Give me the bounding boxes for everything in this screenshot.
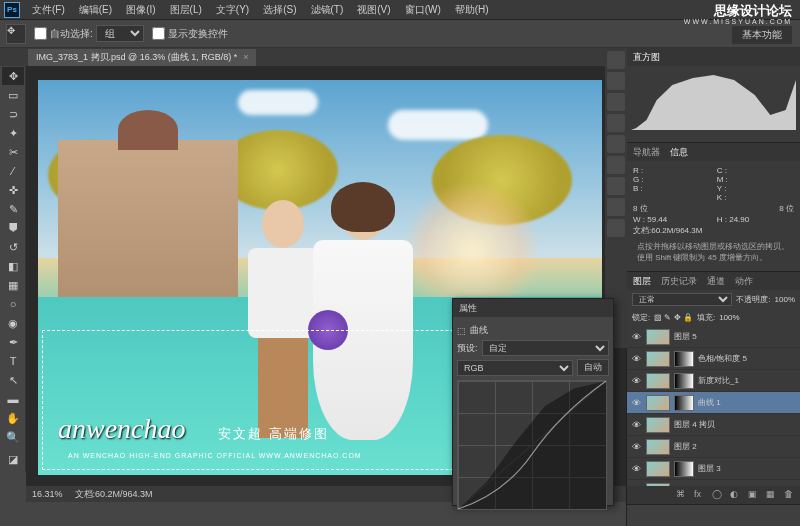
new-layer-icon[interactable]: ▦ xyxy=(766,489,778,501)
layer-thumb[interactable] xyxy=(646,395,670,411)
menu-type[interactable]: 文字(Y) xyxy=(210,1,255,19)
blend-mode[interactable]: 正常 xyxy=(632,293,732,306)
trash-icon[interactable]: 🗑 xyxy=(784,489,796,501)
gradient-tool[interactable]: ▦ xyxy=(2,276,24,294)
menu-edit[interactable]: 编辑(E) xyxy=(73,1,118,19)
menu-select[interactable]: 选择(S) xyxy=(257,1,302,19)
color-icon[interactable] xyxy=(607,51,625,69)
layer-row[interactable]: 👁图层 5 xyxy=(627,326,800,348)
layer-row[interactable]: 👁光线 xyxy=(627,480,800,486)
eye-icon[interactable]: 👁 xyxy=(630,397,642,409)
folder-icon[interactable]: ▣ xyxy=(748,489,760,501)
menu-filter[interactable]: 滤镜(T) xyxy=(305,1,350,19)
layer-row[interactable]: 👁图层 3 xyxy=(627,458,800,480)
layer-row[interactable]: 👁色相/饱和度 5 xyxy=(627,348,800,370)
blur-tool[interactable]: ○ xyxy=(2,295,24,313)
layer-mask[interactable] xyxy=(674,351,694,367)
eyedropper-tool[interactable]: ⁄ xyxy=(2,162,24,180)
layer-thumb[interactable] xyxy=(646,461,670,477)
layer-row[interactable]: 👁曲线 1 xyxy=(627,392,800,414)
layer-row[interactable]: 👁图层 4 拷贝 xyxy=(627,414,800,436)
brush-tool[interactable]: ✎ xyxy=(2,200,24,218)
actions-tab[interactable]: 动作 xyxy=(735,275,753,288)
curves-line[interactable] xyxy=(458,381,606,509)
menu-image[interactable]: 图像(I) xyxy=(120,1,161,19)
layer-thumb[interactable] xyxy=(646,417,670,433)
layer-row[interactable]: 👁新度对比_1 xyxy=(627,370,800,392)
navigator-tab[interactable]: 导航器 xyxy=(633,146,660,159)
brushes-icon[interactable] xyxy=(607,177,625,195)
preset-select[interactable]: 自定 xyxy=(482,340,609,356)
hand-tool[interactable]: ✋ xyxy=(2,409,24,427)
layers-tab[interactable]: 图层 xyxy=(633,275,651,288)
channel-select[interactable]: RGB xyxy=(457,360,573,376)
menu-help[interactable]: 帮助(H) xyxy=(449,1,495,19)
shape-tool[interactable]: ▬ xyxy=(2,390,24,408)
auto-button[interactable]: 自动 xyxy=(577,359,609,376)
properties-header[interactable]: 属性 xyxy=(453,299,613,317)
adj-icon[interactable]: ◐ xyxy=(730,489,742,501)
clone-icon[interactable] xyxy=(607,198,625,216)
layer-thumb[interactable] xyxy=(646,329,670,345)
auto-select-target[interactable]: 组 xyxy=(96,25,144,42)
close-icon[interactable]: × xyxy=(243,52,248,62)
auto-select-check[interactable] xyxy=(34,27,47,40)
link-icon[interactable]: ⌘ xyxy=(676,489,688,501)
heal-tool[interactable]: ✜ xyxy=(2,181,24,199)
layer-thumb[interactable] xyxy=(646,373,670,389)
zoom-tool[interactable]: 🔍 xyxy=(2,428,24,446)
move-tool[interactable]: ✥ xyxy=(2,67,24,85)
measure-icon[interactable] xyxy=(607,219,625,237)
lasso-tool[interactable]: ⊃ xyxy=(2,105,24,123)
marquee-tool[interactable]: ▭ xyxy=(2,86,24,104)
path-tool[interactable]: ↖ xyxy=(2,371,24,389)
para-icon[interactable] xyxy=(607,156,625,174)
curves-graph[interactable] xyxy=(457,380,607,510)
info-tab[interactable]: 信息 xyxy=(670,146,688,159)
stamp-tool[interactable]: ⛊ xyxy=(2,219,24,237)
layer-mask[interactable] xyxy=(674,373,694,389)
history-tab[interactable]: 历史记录 xyxy=(661,275,697,288)
mask-icon[interactable]: ◯ xyxy=(712,489,724,501)
eye-icon[interactable]: 👁 xyxy=(630,375,642,387)
channels-tab[interactable]: 通道 xyxy=(707,275,725,288)
eye-icon[interactable]: 👁 xyxy=(630,485,642,487)
lock-icons[interactable]: ▧ ✎ ✥ 🔒 xyxy=(654,313,693,322)
eye-icon[interactable]: 👁 xyxy=(630,353,642,365)
layer-mask[interactable] xyxy=(674,461,694,477)
color-swap[interactable]: ◪ xyxy=(2,447,24,471)
eye-icon[interactable]: 👁 xyxy=(630,463,642,475)
layer-thumb[interactable] xyxy=(646,483,670,487)
type-tool[interactable]: T xyxy=(2,352,24,370)
history-brush-tool[interactable]: ↺ xyxy=(2,238,24,256)
move-tool-icon[interactable]: ✥ xyxy=(6,24,26,44)
swatches-icon[interactable] xyxy=(607,72,625,90)
menu-view[interactable]: 视图(V) xyxy=(351,1,396,19)
properties-panel[interactable]: 属性 ⬚曲线 预设: 自定 RGB 自动 xyxy=(452,298,614,506)
workspace-selector[interactable]: 基本功能 xyxy=(732,26,792,44)
layer-thumb[interactable] xyxy=(646,439,670,455)
show-transform-check[interactable] xyxy=(152,27,165,40)
eye-icon[interactable]: 👁 xyxy=(630,441,642,453)
opacity-value[interactable]: 100% xyxy=(775,295,795,304)
histogram-tab[interactable]: 直方图 xyxy=(633,51,660,64)
document-tab[interactable]: IMG_3783_1 拷贝.psd @ 16.3% (曲线 1, RGB/8) … xyxy=(28,49,256,66)
crop-tool[interactable]: ✂ xyxy=(2,143,24,161)
adjustments-icon[interactable] xyxy=(607,93,625,111)
menu-layer[interactable]: 图层(L) xyxy=(164,1,208,19)
char-icon[interactable] xyxy=(607,135,625,153)
zoom-level[interactable]: 16.31% xyxy=(32,489,63,499)
eye-icon[interactable]: 👁 xyxy=(630,419,642,431)
menu-window[interactable]: 窗口(W) xyxy=(399,1,447,19)
layer-row[interactable]: 👁图层 2 xyxy=(627,436,800,458)
dodge-tool[interactable]: ◉ xyxy=(2,314,24,332)
layer-thumb[interactable] xyxy=(646,351,670,367)
eye-icon[interactable]: 👁 xyxy=(630,331,642,343)
styles-icon[interactable] xyxy=(607,114,625,132)
pen-tool[interactable]: ✒ xyxy=(2,333,24,351)
menu-file[interactable]: 文件(F) xyxy=(26,1,71,19)
fx-icon[interactable]: fx xyxy=(694,489,706,501)
eraser-tool[interactable]: ◧ xyxy=(2,257,24,275)
layer-mask[interactable] xyxy=(674,395,694,411)
wand-tool[interactable]: ✦ xyxy=(2,124,24,142)
